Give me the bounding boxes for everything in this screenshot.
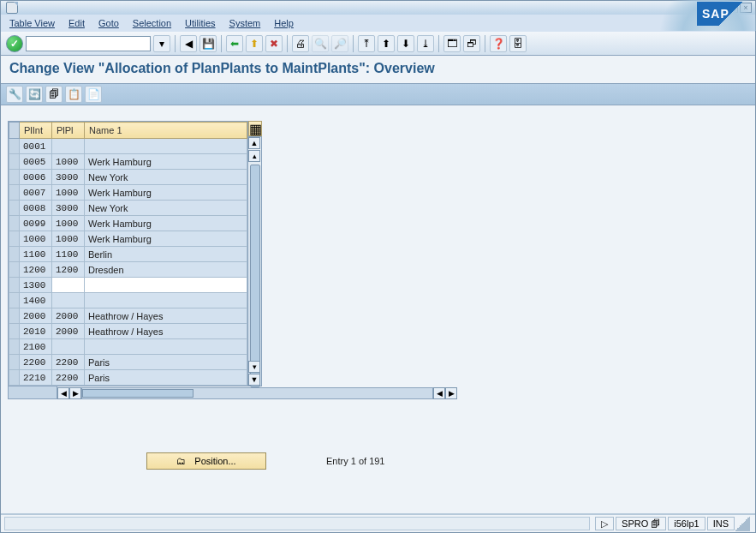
scroll-left-button[interactable]: ◀	[57, 387, 69, 399]
cell-plpl[interactable]: 2200	[52, 370, 85, 386]
horizontal-scrollbar[interactable]	[81, 387, 433, 399]
scroll-left-step-button[interactable]: ▶	[69, 387, 81, 399]
cell-plnt[interactable]: 2000	[20, 308, 52, 324]
cell-plnt[interactable]: 2100	[20, 339, 52, 355]
menu-utilities[interactable]: Utilities	[185, 18, 215, 28]
select-all-icon[interactable]: 🗐	[45, 86, 63, 103]
row-selector[interactable]	[9, 324, 20, 339]
cell-plnt[interactable]: 0005	[20, 154, 52, 170]
command-field[interactable]	[26, 36, 151, 51]
scroll-up-button[interactable]: ▲	[248, 137, 260, 149]
scroll-line-up-button[interactable]: ▴	[248, 150, 260, 162]
layout-icon[interactable]: 🗄	[509, 35, 527, 52]
copy-icon[interactable]: 📄	[85, 86, 102, 103]
resize-grip[interactable]	[735, 516, 750, 531]
last-page-icon[interactable]: ⤓	[417, 35, 434, 52]
vertical-scrollbar[interactable]: ▲ ▴ ▾ ▼	[248, 136, 262, 386]
cell-name[interactable]	[85, 293, 247, 308]
enter-button[interactable]: ✓	[6, 35, 23, 52]
scroll-thumb[interactable]	[250, 165, 260, 387]
cell-plpl[interactable]	[52, 339, 85, 355]
cell-plnt[interactable]: 2010	[20, 324, 52, 339]
cell-name[interactable]	[85, 339, 247, 355]
cell-name[interactable]: Berlin	[85, 247, 247, 262]
scroll-line-down-button[interactable]: ▾	[248, 361, 260, 373]
cell-plpl[interactable]: 2000	[52, 308, 85, 324]
prev-page-icon[interactable]: ⬆	[378, 35, 395, 52]
table-row[interactable]: 00991000Werk Hamburg	[9, 216, 247, 231]
cell-name[interactable]: Heathrow / Hayes	[85, 324, 247, 339]
cell-plpl[interactable]	[52, 278, 85, 293]
row-selector[interactable]	[9, 231, 20, 247]
cell-name[interactable]: Paris	[85, 370, 247, 386]
row-selector[interactable]	[9, 262, 20, 278]
cell-plnt[interactable]: 0008	[20, 201, 52, 216]
cell-plnt[interactable]: 0007	[20, 185, 52, 201]
cell-plpl[interactable]: 3000	[52, 201, 85, 216]
table-row[interactable]: 00063000New York	[9, 170, 247, 185]
new-session-icon[interactable]: 🗔	[443, 35, 461, 52]
table-row[interactable]: 00071000Werk Hamburg	[9, 185, 247, 201]
hscroll-thumb[interactable]	[82, 389, 193, 398]
help-icon[interactable]: ❓	[490, 35, 507, 52]
cell-plpl[interactable]: 3000	[52, 170, 85, 185]
table-row[interactable]: 20102000Heathrow / Hayes	[9, 324, 247, 339]
cell-plnt[interactable]: 1400	[20, 293, 52, 308]
table-row[interactable]: 22002200Paris	[9, 355, 247, 370]
row-selector[interactable]	[9, 293, 20, 308]
cell-plnt[interactable]: 0099	[20, 216, 52, 231]
shortcut-icon[interactable]: 🗗	[463, 35, 480, 52]
cell-name[interactable]: Werk Hamburg	[85, 154, 247, 170]
cell-name[interactable]: New York	[85, 170, 247, 185]
row-selector[interactable]	[9, 216, 20, 231]
exit-icon[interactable]: ⬆	[246, 35, 263, 52]
save-icon[interactable]: 💾	[199, 35, 217, 52]
table-row[interactable]: 12001200Dresden	[9, 262, 247, 278]
cell-plnt[interactable]: 1000	[20, 231, 52, 247]
find-icon[interactable]: 🔍	[312, 35, 329, 52]
table-row[interactable]: 22102200Paris	[9, 370, 247, 386]
table-row[interactable]: 10001000Werk Hamburg	[9, 231, 247, 247]
cell-name[interactable]: Werk Hamburg	[85, 216, 247, 231]
cell-name[interactable]: Werk Hamburg	[85, 185, 247, 201]
status-arrow[interactable]: ▷	[595, 517, 614, 530]
cell-plnt[interactable]: 1100	[20, 247, 52, 262]
row-selector[interactable]	[9, 308, 20, 324]
col-plpl[interactable]: PlPl	[52, 123, 85, 139]
cell-plnt[interactable]: 2210	[20, 370, 52, 386]
row-selector[interactable]	[9, 355, 20, 370]
menu-goto[interactable]: Goto	[98, 18, 119, 28]
window-max-button[interactable]: ▢	[726, 3, 738, 13]
deselect-icon[interactable]: 📋	[65, 86, 82, 103]
back-icon[interactable]: ⬅	[226, 35, 243, 52]
col-name[interactable]: Name 1	[85, 123, 247, 139]
table-settings-icon[interactable]: ▦	[248, 121, 262, 136]
cancel-icon[interactable]: ✖	[265, 35, 283, 52]
first-page-icon[interactable]: ⤒	[358, 35, 375, 52]
next-page-icon[interactable]: ⬇	[397, 35, 414, 52]
cell-plnt[interactable]: 2200	[20, 355, 52, 370]
menu-help[interactable]: Help	[274, 18, 294, 28]
cell-plpl[interactable]: 1000	[52, 231, 85, 247]
table-row[interactable]: 00083000New York	[9, 201, 247, 216]
row-selector[interactable]	[9, 185, 20, 201]
scroll-right-button[interactable]: ▶	[445, 387, 457, 399]
print-icon[interactable]: 🖨	[292, 35, 309, 52]
cell-name[interactable]: New York	[85, 201, 247, 216]
cell-name[interactable]: Dresden	[85, 262, 247, 278]
table-row[interactable]: 2100	[9, 339, 247, 355]
menu-selection[interactable]: Selection	[133, 18, 171, 28]
row-selector[interactable]	[9, 170, 20, 185]
table-row[interactable]: 00051000Werk Hamburg	[9, 154, 247, 170]
cell-plnt[interactable]: 1300	[20, 278, 52, 293]
menu-system[interactable]: System	[229, 18, 261, 28]
cell-plpl[interactable]: 2200	[52, 355, 85, 370]
row-selector[interactable]	[9, 201, 20, 216]
cell-plpl[interactable]: 1000	[52, 216, 85, 231]
table-row[interactable]: 20002000Heathrow / Hayes	[9, 308, 247, 324]
cell-plpl[interactable]: 1000	[52, 185, 85, 201]
cell-plpl[interactable]	[52, 139, 85, 154]
undo-icon[interactable]: 🔄	[26, 86, 43, 103]
scroll-right-step-button[interactable]: ◀	[433, 387, 445, 399]
row-selector[interactable]	[9, 154, 20, 170]
